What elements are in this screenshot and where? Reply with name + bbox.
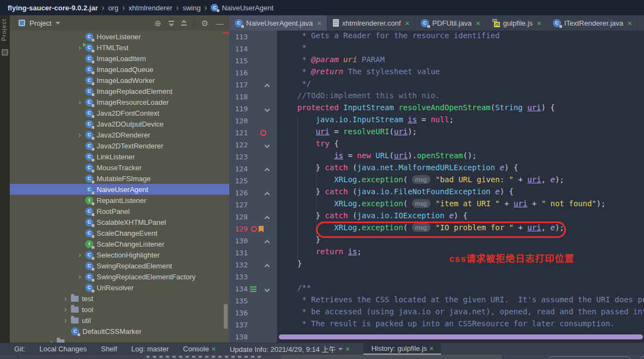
fold-up-icon[interactable] [265,84,270,89]
stripe-project-label[interactable]: Project [1,19,7,41]
indent-guide [297,116,298,260]
tree-item-selectionhighlighter[interactable]: ›CSelectionHighlighter [10,249,229,260]
tree-item-imagereplacedelement[interactable]: CImageReplacedElement [10,86,229,97]
tree-item-scalablexhtmlpanel[interactable]: CScalableXHTMLPanel [10,217,229,228]
statusbar-item-history-gulpfile-js[interactable]: History: gulpfile.js× [363,343,441,355]
tree-item-htmltest[interactable]: ›CHTMLTest [10,42,229,53]
close-icon[interactable]: × [628,19,632,27]
close-icon[interactable]: × [212,345,216,353]
fold-down-icon[interactable] [265,287,270,292]
editor-gutter[interactable]: 1131141151161171181191201211221231241251… [229,31,277,343]
fold-up-icon[interactable] [265,264,270,270]
tree-item-util[interactable]: ›util [10,315,229,326]
code-area[interactable]: * Gets a Reader for the resource identif… [278,31,644,343]
statusbar-item-shelf[interactable]: Shelf [101,343,117,355]
tab-naiveuseragent-java[interactable]: CNaiveUserAgent.java× [229,15,327,31]
statusbar-item-local-changes[interactable]: Local Changes [39,343,87,355]
tree-item-scalechangeevent[interactable]: CScaleChangeEvent [10,228,229,238]
breakpoint-icon[interactable] [251,226,257,232]
tree-item-test[interactable]: ›test [10,293,229,304]
chevron-right-icon[interactable]: › [74,98,85,106]
chevron-down-icon[interactable] [56,22,60,25]
fold-up-icon[interactable] [265,168,270,173]
close-icon[interactable]: × [476,19,480,27]
breadcrumb-item-naiveuseragent[interactable]: CNaiveUserAgent [211,4,273,12]
breadcrumb-item-swing[interactable]: swing [182,4,200,12]
tree-item-swingreplacedelementfactory[interactable]: ›CSwingReplacedElementFactory [10,271,229,282]
project-tree[interactable]: CHoverListener›CHTMLTestCImageLoadItemCI… [10,31,229,343]
tree-item-repaintlistener[interactable]: IRepaintListener [10,195,229,206]
tree-item-label: Java2DRenderer [97,131,150,139]
close-icon[interactable]: × [430,345,433,352]
code-line-124: } catch (java.net.MalformedURLException … [279,163,644,175]
tree-item-item[interactable]: › [10,337,229,343]
tree-item-defaultcssmarker[interactable]: CDefaultCSSMarker [10,326,229,337]
parameter-hint-chip: msg: [412,175,431,184]
tree-item-tool[interactable]: ›tool [10,304,229,315]
tree-item-imageresourceloader[interactable]: ›CImageResourceLoader [10,97,229,107]
statusbar-item-update-info-2021-4-29-9-14-[interactable]: Update Info: 2021/4/29, 9:14 上午× [230,343,349,355]
tab-itextrenderer-java[interactable]: CITextRenderer.java× [547,15,638,31]
tree-item-naiveuseragent[interactable]: CNaiveUserAgent [10,184,229,195]
fold-up-icon[interactable] [265,216,270,222]
tree-item-label: NaiveUserAgent [97,186,148,194]
fold-up-icon[interactable] [265,240,270,246]
chevron-right-icon[interactable]: › [74,130,85,139]
expand-all-icon[interactable] [169,21,174,26]
tree-item-java2drenderer[interactable]: ›CJava2DRenderer [10,129,229,140]
tree-item-mutablefsimage[interactable]: CMutableFSImage [10,173,229,184]
locate-icon[interactable]: ⊕ [154,19,162,27]
collapse-all-icon[interactable] [181,21,187,26]
tree-item-imageloadqueue[interactable]: CImageLoadQueue [10,64,229,75]
tab-xhtmlrenderer-conf[interactable]: xhtmlrenderer.conf× [327,15,415,31]
class-icon: C [85,33,93,41]
tree-item-rootpanel[interactable]: CRootPanel [10,206,229,217]
breakpoint-icon[interactable] [260,130,266,136]
tree-item-scalechangelistener[interactable]: IScaleChangeListener [10,238,229,249]
bookmark-icon[interactable] [259,226,264,232]
clipped-button[interactable] [640,356,644,359]
chevron-right-icon[interactable]: › [46,338,57,343]
settings-gear-icon[interactable]: ⚙ [201,19,208,27]
stripe-tool-icon[interactable] [2,49,8,56]
close-icon[interactable]: × [537,19,541,27]
tree-item-imageloaditem[interactable]: CImageLoadItem [10,53,229,64]
tree-item-hoverlistener[interactable]: CHoverListener [10,31,229,42]
tree-item-uriresolver[interactable]: CUriResolver [10,282,229,293]
tree-item-mousetracker[interactable]: CMouseTracker [10,162,229,173]
chevron-right-icon[interactable]: › [74,250,85,259]
close-icon[interactable]: × [317,19,321,27]
fold-down-icon[interactable] [265,107,270,112]
chevron-right-icon[interactable]: › [60,316,71,325]
class-icon: C [85,229,93,237]
statusbar-item-log-master[interactable]: Log: master [132,343,169,355]
tree-item-java2doutputdevice[interactable]: CJava2DOutputDevice [10,118,229,129]
code-token [491,187,495,196]
chevron-down-icon[interactable] [338,348,343,350]
fold-up-icon[interactable] [265,192,270,198]
tree-item-linklistener[interactable]: CLinkListener [10,151,229,162]
hide-panel-icon[interactable]: — [216,19,224,27]
fold-down-icon[interactable] [265,143,270,148]
tree-item-java2dfontcontext[interactable]: CJava2DFontContext [10,107,229,118]
breadcrumb-item-flying-saucer-core-9-0-2-jar[interactable]: flying-saucer-core-9.0.2.jar [8,4,98,12]
tree-scrollbar[interactable] [224,304,228,329]
clipped-button[interactable] [548,356,630,359]
chevron-right-icon[interactable]: › [60,294,71,303]
chevron-right-icon[interactable]: › [74,272,85,281]
chevron-right-icon[interactable]: › [60,305,71,314]
tree-item-imageloadworker[interactable]: CImageLoadWorker [10,75,229,86]
close-icon[interactable]: × [345,345,349,353]
horizontal-scrollbar[interactable] [279,334,643,339]
statusbar-item-git-[interactable]: Git: [14,343,25,355]
breadcrumb-item-xhtmlrenderer[interactable]: xhtmlrenderer [129,4,172,12]
tree-item-java2dtextrenderer[interactable]: CJava2DTextRenderer [10,140,229,151]
tree-item-swingreplacedelement[interactable]: CSwingReplacedElement [10,260,229,271]
project-panel-title[interactable]: Project [29,19,51,27]
tab-pdfutil-java[interactable]: CPDFUtil.java× [415,15,486,31]
statusbar-item-console[interactable]: Console× [183,343,216,355]
gutter-line-133: 133 [229,271,277,283]
breadcrumb-item-org[interactable]: org [108,4,118,12]
tab-gulpfile-js[interactable]: JSgulpfile.js× [486,15,547,31]
close-icon[interactable]: × [405,19,409,27]
